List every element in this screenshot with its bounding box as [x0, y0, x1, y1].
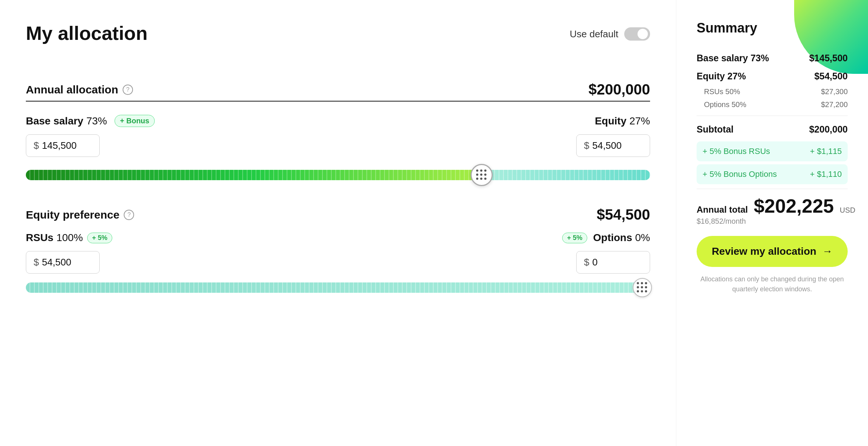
rsu-options-input-row: $ 54,500 $ 0: [26, 251, 650, 274]
equity-dollar: $: [584, 140, 589, 151]
annual-allocation-label: Annual allocation: [26, 83, 118, 96]
right-panel: Summary Base salary 73% $145,500 Equity …: [676, 0, 868, 446]
equity-thumb-dots-icon: [637, 282, 648, 293]
annual-total-amount: $202,225: [754, 195, 834, 217]
allocation-slider-track: [26, 170, 650, 180]
summary-equity-row: Equity 27% $54,500: [697, 67, 848, 85]
summary-divider-2: [697, 189, 848, 189]
summary-rsus-row: RSUs 50% $27,300: [697, 85, 848, 98]
base-salary-pct: 73%: [86, 115, 107, 127]
summary-rsus-value: $27,300: [821, 88, 848, 96]
salary-equity-input-row: $ 145,500 $ 54,500: [26, 134, 650, 157]
allocation-labels-row: Base salary 73% + Bonus Equity 27%: [26, 115, 650, 127]
summary-base-salary-label: Base salary 73%: [697, 53, 769, 64]
thumb-dots-icon: [476, 169, 487, 181]
equity-preference-label: Equity preference: [26, 209, 119, 221]
equity-label: Equity: [595, 115, 626, 127]
summary-bonus-options-row: + 5% Bonus Options + $1,110: [697, 164, 848, 184]
rsus-right-badge: + 5%: [562, 233, 587, 243]
summary-options-row: Options 50% $27,200: [697, 98, 848, 111]
rsu-options-labels-row: RSUs 100% + 5% + 5% Options 0%: [26, 232, 650, 244]
review-button-arrow-icon: →: [822, 246, 833, 257]
monthly-label: $16,852/month: [697, 217, 848, 226]
slider-fill-green: [26, 170, 482, 180]
summary-title: Summary: [697, 20, 848, 36]
summary-equity-value: $54,500: [814, 71, 848, 82]
rsus-dollar: $: [34, 257, 39, 268]
summary-bonus-rsus-row: + 5% Bonus RSUs + $1,115: [697, 141, 848, 161]
allocation-slider-thumb[interactable]: [471, 164, 493, 186]
equity-pct: 27%: [629, 115, 650, 127]
equity-preference-header: Equity preference ? $54,500: [26, 206, 650, 223]
footnote-text: Allocations can only be changed during t…: [697, 274, 848, 294]
options-amount: 0: [592, 257, 597, 268]
rsus-pct: 100%: [57, 232, 83, 244]
equity-preference-help-icon[interactable]: ?: [124, 210, 134, 220]
rsus-label: RSUs: [26, 232, 54, 244]
rsus-bonus-badge: + 5%: [87, 233, 112, 243]
options-dollar: $: [584, 257, 589, 268]
review-allocation-button[interactable]: Review my allocation →: [697, 236, 848, 267]
base-salary-label: Base salary: [26, 115, 83, 127]
slider-fill-teal: [482, 170, 650, 180]
summary-divider-1: [697, 116, 848, 116]
summary-base-salary-row: Base salary 73% $145,500: [697, 49, 848, 67]
equity-input[interactable]: $ 54,500: [576, 134, 650, 157]
left-panel: My allocation Use default Annual allocat…: [0, 0, 676, 446]
rsus-input[interactable]: $ 54,500: [26, 251, 100, 274]
allocation-slider-container[interactable]: [26, 166, 650, 184]
annual-total-label: Annual total: [697, 205, 748, 215]
summary-bonus-rsus-value: + $1,115: [810, 147, 842, 156]
use-default-label: Use default: [570, 28, 618, 40]
summary-subtotal-label: Subtotal: [697, 124, 734, 135]
summary-bonus-options-label: + 5% Bonus Options: [703, 169, 777, 179]
base-salary-amount: 145,500: [42, 140, 76, 151]
options-input[interactable]: $ 0: [576, 251, 650, 274]
annual-allocation-section: Annual allocation ? $200,000: [26, 81, 650, 98]
base-salary-bonus-badge: + Bonus: [115, 115, 155, 127]
equity-preference-value: $54,500: [597, 206, 650, 223]
use-default-toggle[interactable]: [624, 27, 650, 41]
summary-base-salary-value: $145,500: [809, 53, 848, 64]
equity-slider-container[interactable]: [26, 282, 650, 293]
rsus-amount: 54,500: [42, 257, 71, 268]
base-salary-input[interactable]: $ 145,500: [26, 134, 100, 157]
annual-allocation-help-icon[interactable]: ?: [123, 85, 133, 95]
page-title: My allocation: [26, 22, 147, 44]
equity-slider-track: [26, 282, 650, 293]
annual-allocation-value: $200,000: [588, 81, 650, 98]
summary-rsus-label: RSUs 50%: [704, 88, 740, 96]
summary-bonus-options-value: + $1,110: [810, 169, 842, 179]
base-salary-dollar: $: [34, 140, 39, 151]
summary-subtotal-value: $200,000: [809, 124, 848, 135]
summary-bonus-rsus-label: + 5% Bonus RSUs: [703, 147, 770, 156]
summary-equity-label: Equity 27%: [697, 71, 746, 82]
options-pct: 0%: [635, 232, 650, 244]
equity-preference-section: Equity preference ? $54,500 RSUs 100% + …: [26, 206, 650, 293]
equity-amount: 54,500: [592, 140, 622, 151]
summary-options-value: $27,200: [821, 100, 848, 109]
summary-options-label: Options 50%: [704, 100, 746, 109]
equity-slider-thumb[interactable]: [633, 278, 652, 297]
summary-subtotal-row: Subtotal $200,000: [697, 120, 848, 138]
review-button-label: Review my allocation: [712, 246, 816, 257]
options-label: Options: [593, 232, 632, 244]
annual-total-currency: USD: [840, 206, 855, 215]
annual-allocation-divider: [26, 101, 650, 102]
annual-total-row: Annual total $202,225 USD: [697, 195, 848, 217]
